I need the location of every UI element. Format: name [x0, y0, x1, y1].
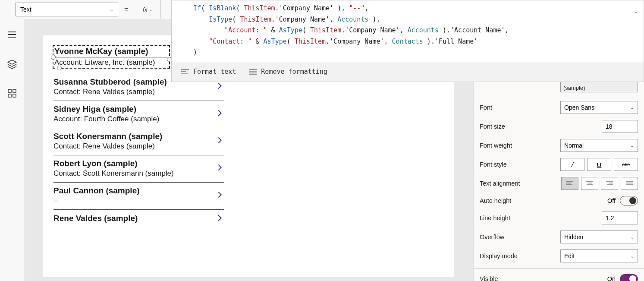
format-text-label: Format text: [193, 68, 236, 76]
chevron-down-icon: ⌄: [630, 253, 634, 259]
formula-toolbar: Format text Remove formatting: [172, 62, 644, 82]
list-item-subtitle: --: [53, 196, 215, 205]
align-right-button[interactable]: [601, 177, 618, 190]
overflow-label: Overflow: [480, 234, 560, 240]
fontweight-label: Font weight: [480, 142, 560, 149]
svg-rect-11: [8, 89, 11, 92]
layers-icon[interactable]: [7, 59, 17, 69]
chevron-down-icon: ⌄: [630, 143, 634, 148]
visible-label: Visible: [480, 275, 607, 281]
chevron-right-icon[interactable]: [215, 213, 224, 224]
list-item[interactable]: Rene Valdes (sample): [53, 210, 224, 229]
chevron-right-icon[interactable]: [215, 108, 224, 120]
svg-rect-14: [13, 94, 16, 97]
autoheight-toggle[interactable]: [620, 196, 638, 205]
list-item-title: Sidney Higa (sample): [53, 104, 215, 114]
list-item-title: Scott Konersmann (sample): [53, 132, 215, 141]
selected-label[interactable]: Yvonne McKay (sample)Account: Litware, I…: [53, 45, 170, 69]
list-item[interactable]: Robert Lyon (sample)Contact: Scott Koner…: [53, 155, 224, 183]
chevron-right-icon[interactable]: [215, 136, 224, 147]
align-left-button[interactable]: [561, 177, 578, 190]
visible-toggle[interactable]: [620, 274, 638, 281]
underline-button[interactable]: U: [587, 158, 611, 171]
font-select[interactable]: Open Sans⌄: [560, 101, 638, 114]
format-text-button[interactable]: Format text: [181, 68, 236, 76]
hamburger-icon[interactable]: [7, 29, 17, 40]
list-item-title: Rene Valdes (sample): [53, 214, 215, 223]
chevron-down-icon: ⌄: [630, 105, 634, 111]
remove-formatting-label: Remove formatting: [261, 68, 327, 76]
list-item[interactable]: Paul Cannon (sample)--: [53, 183, 224, 210]
chevron-down-icon: ⌄: [110, 7, 113, 13]
align-left-icon: [181, 69, 189, 75]
strike-button[interactable]: abc: [614, 158, 638, 171]
font-label: Font: [480, 104, 560, 111]
left-rail: [0, 19, 24, 281]
autoheight-value: Off: [607, 197, 616, 204]
list-item-subtitle: Account: Litware, Inc. (sample): [54, 58, 168, 67]
svg-marker-10: [8, 60, 16, 64]
svg-rect-13: [8, 94, 11, 97]
property-dropdown[interactable]: Text ⌄: [16, 3, 118, 16]
chevron-down-icon[interactable]: ⌄: [635, 8, 638, 14]
list-item[interactable]: Scott Konersmann (sample)Contact: Rene V…: [53, 128, 224, 155]
list-item-title: Yvonne McKay (sample): [54, 47, 168, 56]
fontweight-select[interactable]: Normal⌄: [560, 139, 638, 152]
property-dropdown-value: Text: [20, 6, 31, 13]
displaymode-select[interactable]: Edit⌄: [560, 249, 638, 262]
list-item-title: Paul Cannon (sample): [53, 186, 215, 196]
list-item-subtitle: Contact: Rene Valdes (sample): [53, 142, 215, 151]
align-justify-button[interactable]: [621, 177, 638, 190]
list-item-title: Robert Lyon (sample): [53, 159, 215, 168]
fx-label: fx: [143, 6, 148, 13]
remove-formatting-button[interactable]: Remove formatting: [249, 68, 327, 76]
equals-label: =: [124, 6, 128, 13]
list-item-subtitle: Contact: Scott Konersmann (sample): [53, 169, 215, 178]
autoheight-label: Auto height: [480, 197, 607, 204]
fontstyle-label: Font style: [480, 161, 560, 168]
lineheight-input[interactable]: [602, 212, 638, 224]
chevron-down-icon: ⌄: [148, 7, 152, 13]
fontsize-label: Font size: [480, 123, 602, 130]
list-item[interactable]: Sidney Higa (sample)Account: Fourth Coff…: [53, 101, 224, 128]
justify-icon: [249, 69, 257, 75]
chevron-right-icon[interactable]: [215, 81, 224, 92]
fx-button[interactable]: fx ⌄: [134, 0, 161, 19]
list-item-subtitle: Account: Fourth Coffee (sample): [53, 115, 215, 123]
grid-icon[interactable]: [7, 88, 17, 98]
svg-rect-12: [13, 89, 16, 92]
align-label: Text alignment: [480, 180, 561, 187]
displaymode-label: Display mode: [480, 253, 560, 259]
italic-button[interactable]: /: [560, 158, 584, 171]
fontsize-input[interactable]: [602, 120, 638, 133]
visible-value: On: [607, 275, 616, 281]
chevron-right-icon[interactable]: [215, 163, 224, 174]
formula-editor[interactable]: If( IsBlank( ThisItem.'Company Name' ), …: [171, 0, 644, 82]
chevron-right-icon[interactable]: [215, 190, 224, 201]
overflow-select[interactable]: Hidden⌄: [560, 230, 638, 243]
align-center-button[interactable]: [581, 177, 598, 190]
formula-text[interactable]: If( IsBlank( ThisItem.'Company Name' ), …: [172, 0, 644, 62]
lineheight-label: Line height: [480, 215, 602, 221]
chevron-down-icon: ⌄: [630, 234, 634, 240]
list-item-subtitle: Contact: Rene Valdes (sample): [53, 88, 215, 96]
